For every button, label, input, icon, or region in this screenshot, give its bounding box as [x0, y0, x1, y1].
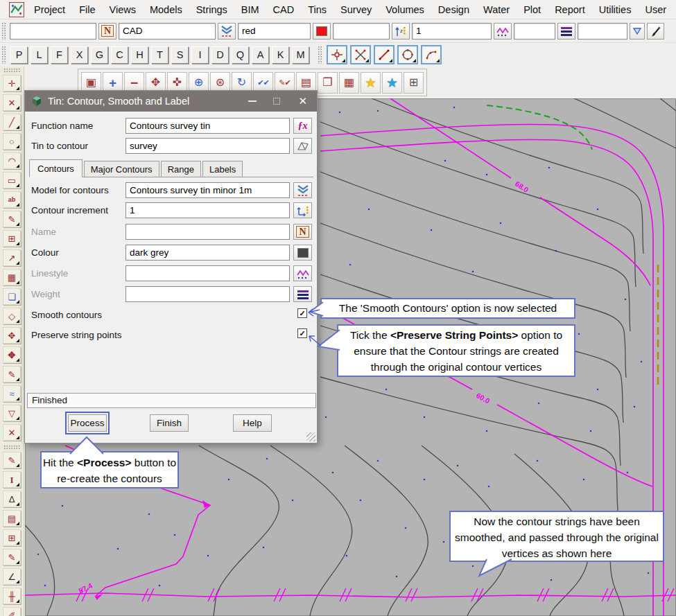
sidebar-interface[interactable]: I	[3, 471, 21, 488]
colour-picker-button[interactable]	[313, 23, 331, 39]
menu-strings[interactable]: Strings	[189, 4, 234, 15]
model-picker-button[interactable]	[218, 23, 236, 39]
snap-toggle-s[interactable]: S	[171, 46, 189, 64]
model-for-contours-input[interactable]	[125, 182, 290, 198]
sidebar-utility-pencil[interactable]: ✐	[3, 607, 21, 616]
name-input[interactable]	[125, 224, 290, 240]
sidebar-railway-string[interactable]: ╫	[3, 588, 21, 604]
linestyle-picker-button[interactable]	[293, 265, 312, 281]
snap-toggle-i[interactable]: I	[191, 46, 209, 64]
menu-water[interactable]: Water	[476, 4, 517, 15]
sidebar-measure[interactable]: ↗	[3, 249, 21, 266]
name-picker-button[interactable]: N	[98, 23, 116, 39]
menu-file[interactable]: File	[72, 4, 102, 15]
colour-picker-button[interactable]	[293, 245, 312, 261]
sidebar-grip[interactable]	[3, 68, 20, 73]
sidebar-snap-circle[interactable]: ○	[3, 133, 21, 150]
copy-view-button[interactable]: ❐	[318, 72, 338, 94]
snap-toggle-q[interactable]: Q	[232, 46, 249, 64]
dialog-titlebar[interactable]: Tin: Contour, Smooth and Label ✕	[25, 91, 317, 112]
sidebar-duplicate[interactable]: ❏	[3, 288, 21, 305]
snap-toggle-m[interactable]: M	[292, 46, 309, 64]
tin-picker-button[interactable]	[293, 138, 312, 154]
cad-line-tool[interactable]	[374, 45, 395, 64]
increment-picker-button[interactable]	[293, 202, 312, 218]
maximize-button[interactable]	[273, 98, 280, 105]
sidebar-snap-point[interactable]: ✛	[3, 75, 21, 91]
menu-report[interactable]: Report	[548, 4, 592, 15]
snap-toggle-a[interactable]: A	[252, 46, 269, 64]
snap-toggle-k[interactable]: K	[272, 46, 289, 64]
menu-models[interactable]: Models	[143, 4, 189, 15]
linestyle-picker-button[interactable]	[494, 23, 512, 39]
menu-volumes[interactable]: Volumes	[379, 4, 431, 15]
minimize-button[interactable]	[248, 100, 257, 102]
menu-survey[interactable]: Survey	[333, 4, 379, 15]
close-button[interactable]: ✕	[298, 95, 307, 107]
toolbar-grip[interactable]	[318, 46, 322, 64]
snap-toggle-d[interactable]: D	[211, 46, 229, 64]
sidebar-snap-rectangle[interactable]: ▭	[3, 172, 21, 188]
name-picker-button[interactable]: N	[293, 224, 312, 240]
function-name-input[interactable]	[125, 118, 290, 134]
sidebar-insert-vertex[interactable]: ⊞	[3, 230, 21, 247]
snap-toggle-x[interactable]: X	[71, 46, 88, 64]
cad-cross-tool[interactable]	[350, 45, 371, 64]
snap-toggle-c[interactable]: C	[111, 46, 128, 64]
favourite-yellow-button[interactable]: ★	[361, 72, 381, 94]
contour-increment-input[interactable]	[125, 202, 290, 218]
sidebar-grid[interactable]: ▦	[3, 269, 21, 285]
sidebar-snap-intersection[interactable]: ✕	[3, 94, 21, 111]
snap-toggle-l[interactable]: L	[31, 46, 48, 64]
sidebar-create-text[interactable]: ab	[3, 191, 21, 208]
sidebar-smooth-string[interactable]: ✎	[3, 549, 21, 565]
menu-plot[interactable]: Plot	[517, 4, 548, 15]
dialog-resize-grip[interactable]	[306, 432, 315, 441]
sidebar-freehand-draw[interactable]: ✎	[3, 452, 21, 468]
weight-picker-button[interactable]	[293, 286, 312, 302]
menu-cad[interactable]: CAD	[266, 4, 302, 15]
cad-symbol-input[interactable]	[578, 23, 627, 39]
cad-name-input[interactable]	[10, 23, 96, 39]
menu-help[interactable]: Help	[673, 4, 676, 15]
menu-utilities[interactable]: Utilities	[592, 4, 639, 15]
sidebar-move-image[interactable]: ✥	[3, 327, 21, 344]
weight-picker-button[interactable]	[557, 23, 575, 39]
sidebar-translate-box[interactable]: ⊞	[3, 529, 21, 546]
tab-major-contours[interactable]: Major Contours	[84, 161, 159, 177]
sidebar-snap-arc[interactable]: ◠	[3, 152, 21, 169]
cad-colour-input[interactable]	[238, 23, 311, 39]
sidebar-edit-vertex[interactable]: ✎	[3, 366, 21, 382]
sidebar-edit-points[interactable]: ✎	[3, 211, 21, 227]
menu-design[interactable]: Design	[431, 4, 476, 15]
plot-frame-button[interactable]: ▦	[339, 72, 359, 94]
function-button[interactable]: ƒx	[293, 118, 312, 134]
symbol-dropdown-button[interactable]	[630, 23, 645, 39]
favourite-blue-button[interactable]: ★	[382, 72, 402, 94]
cad-arc-tool[interactable]	[421, 45, 442, 64]
cad-height-input[interactable]	[333, 23, 390, 39]
menu-project[interactable]: Project	[27, 4, 72, 15]
cad-linestyle-input[interactable]	[412, 23, 492, 39]
snap-toggle-g[interactable]: G	[91, 46, 108, 64]
cad-circle-tool[interactable]	[397, 45, 418, 64]
menu-views[interactable]: Views	[103, 4, 143, 15]
snap-toggle-h[interactable]: H	[131, 46, 148, 64]
cad-model-input[interactable]	[119, 23, 216, 39]
menu-tins[interactable]: Tins	[301, 4, 333, 15]
sidebar-delete-vertex[interactable]: ✕	[3, 424, 21, 441]
colour-input[interactable]	[125, 245, 290, 261]
height-picker-button[interactable]: z	[392, 23, 410, 39]
toolbar-grip[interactable]	[1, 22, 6, 40]
model-picker-button[interactable]	[293, 182, 312, 198]
sidebar-snap-line[interactable]: ╱	[3, 114, 21, 130]
tab-contours[interactable]: Contours	[29, 159, 83, 177]
sidebar-translate[interactable]: ✥	[3, 346, 21, 363]
snap-toggle-f[interactable]: F	[51, 46, 68, 64]
sidebar-grip[interactable]	[3, 445, 20, 450]
tin-to-contour-input[interactable]	[125, 138, 290, 154]
finish-button[interactable]: Finish	[150, 414, 189, 432]
help-button[interactable]: Help	[233, 414, 272, 432]
linestyle-input[interactable]	[125, 265, 290, 281]
sidebar-segment-colours[interactable]: ≈	[3, 385, 21, 402]
